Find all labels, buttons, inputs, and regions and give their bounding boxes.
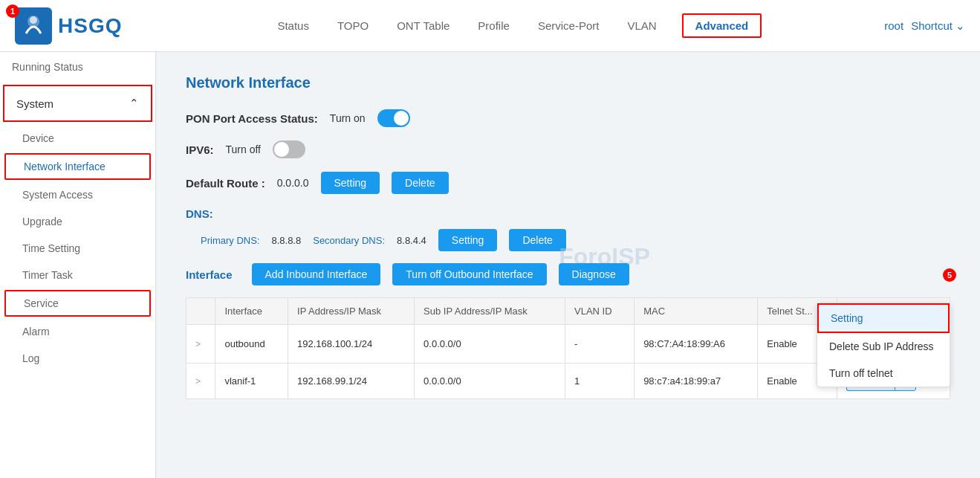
diagnose-button[interactable]: Diagnose: [559, 263, 629, 285]
ipv6-row: IPV6: Turn off: [186, 141, 950, 158]
col-interface: Interface: [215, 298, 288, 325]
chevron-down-icon: ⌄: [955, 19, 965, 33]
dns-setting-button[interactable]: Setting: [438, 229, 498, 251]
toggle-knob: [394, 111, 409, 126]
col-expand: [186, 298, 215, 325]
sidebar-item-service[interactable]: Service: [4, 290, 151, 317]
col-sub-ip: Sub IP Address/IP Mask: [415, 298, 565, 325]
cell-interface-1: outbound: [215, 325, 288, 364]
shortcut-dropdown[interactable]: Shortcut ⌄: [911, 19, 965, 33]
dns-row: Primary DNS: 8.8.8.8 Secondary DNS: 8.8.…: [186, 229, 950, 251]
col-ip: IP Address/IP Mask: [288, 298, 415, 325]
sidebar: Running Status System ⌃ 1 Device Network…: [0, 52, 156, 478]
nav-topo[interactable]: TOPO: [334, 13, 371, 38]
main-nav: Status TOPO ONT Table Profile Service-Po…: [152, 13, 884, 38]
cell-vlan-2: 1: [565, 364, 635, 399]
turn-off-outbound-button[interactable]: Turn off Outbound Interface: [392, 263, 546, 285]
sidebar-item-time-setting[interactable]: Time Setting: [0, 235, 155, 262]
secondary-dns-value: 8.8.4.4: [397, 235, 426, 246]
dns-delete-button[interactable]: Delete: [509, 229, 565, 251]
interface-dropdown-menu: Setting Delete Sub IP Address Turn off t…: [817, 303, 950, 387]
default-route-delete-button[interactable]: Delete: [392, 172, 448, 194]
dns-section: DNS: Primary DNS: 8.8.8.8 Secondary DNS:…: [186, 207, 950, 251]
ipv6-toggle[interactable]: [273, 141, 305, 158]
sidebar-item-network-interface[interactable]: Network Interface: [4, 153, 151, 180]
nav-profile[interactable]: Profile: [475, 13, 513, 38]
sidebar-item-alarm[interactable]: Alarm: [0, 318, 155, 345]
sidebar-system-label: System: [16, 97, 53, 110]
header: HSGQ Status TOPO ONT Table Profile Servi…: [0, 0, 980, 52]
shortcut-label: Shortcut: [911, 19, 953, 32]
dns-title: DNS:: [186, 207, 950, 220]
sidebar-item-system-access[interactable]: System Access: [0, 181, 155, 208]
pon-port-label: PON Port Access Status:: [186, 112, 318, 125]
cell-sub-ip-2: 0.0.0.0/0: [415, 364, 565, 399]
cell-ip-2: 192.168.99.1/24: [288, 364, 415, 399]
add-inbound-button[interactable]: Add Inbound Interface: [252, 263, 381, 285]
nav-advanced[interactable]: Advanced: [682, 13, 762, 38]
cell-vlan-1: -: [565, 325, 635, 364]
header-right: root Shortcut ⌄: [884, 19, 965, 33]
pon-port-value: Turn on: [330, 112, 366, 124]
default-route-value: 0.0.0.0: [277, 177, 309, 189]
default-route-setting-button[interactable]: Setting: [321, 172, 380, 194]
ipv6-value: Turn off: [226, 143, 261, 155]
col-mac: MAC: [635, 298, 758, 325]
default-route-row: Default Route : 0.0.0.0 Setting Delete: [186, 172, 950, 194]
pon-port-row: PON Port Access Status: Turn on: [186, 109, 950, 127]
cell-mac-1: 98:C7:A4:18:99:A6: [635, 325, 758, 364]
primary-dns-label: Primary DNS:: [201, 235, 259, 246]
main-content: ForoISP Network Interface PON Port Acces…: [156, 52, 980, 478]
secondary-dns-label: Secondary DNS:: [313, 235, 385, 246]
sidebar-item-device[interactable]: Device: [0, 125, 155, 152]
pon-port-toggle[interactable]: [377, 109, 410, 127]
interface-title: Interface: [186, 268, 233, 281]
sidebar-item-timer-task[interactable]: Timer Task: [0, 262, 155, 288]
primary-dns-value: 8.8.8.8: [271, 235, 301, 246]
nav-ont-table[interactable]: ONT Table: [394, 13, 452, 38]
cell-interface-2: vlanif-1: [215, 364, 288, 399]
interface-header: Interface Add Inbound Interface Turn off…: [186, 263, 950, 285]
col-vlan: VLAN ID: [565, 298, 635, 325]
expand-arrow-2[interactable]: >: [195, 376, 201, 387]
nav-status[interactable]: Status: [274, 13, 312, 38]
dropdown-setting[interactable]: Setting: [817, 303, 950, 333]
cell-sub-ip-1: 0.0.0.0/0: [415, 325, 565, 364]
sidebar-system-header[interactable]: System ⌃ 1: [3, 85, 152, 122]
sidebar-item-upgrade[interactable]: Upgrade: [0, 208, 155, 235]
sidebar-item-running-status[interactable]: Running Status: [0, 52, 155, 82]
default-route-label: Default Route :: [186, 177, 265, 190]
chevron-up-icon: ⌃: [129, 97, 139, 110]
nav-service-port[interactable]: Service-Port: [535, 13, 603, 38]
expand-arrow-1[interactable]: >: [195, 339, 201, 349]
layout: Running Status System ⌃ 1 Device Network…: [0, 52, 980, 478]
logo-text: HSGQ: [58, 14, 122, 38]
user-label: root: [884, 19, 903, 32]
page-title: Network Interface: [186, 74, 950, 91]
badge-5: 5: [943, 268, 956, 282]
toggle-knob-ipv6: [274, 142, 289, 157]
dropdown-turn-off-telnet[interactable]: Turn off telnet: [817, 360, 950, 387]
sidebar-item-log[interactable]: Log: [0, 345, 155, 372]
svg-point-1: [30, 16, 37, 24]
cell-ip-1: 192.168.100.1/24: [288, 325, 415, 364]
dropdown-delete-sub-ip[interactable]: Delete Sub IP Address: [817, 333, 950, 360]
logo-icon: [15, 7, 52, 45]
ipv6-label: IPV6:: [186, 143, 214, 156]
logo: HSGQ: [15, 7, 122, 45]
nav-vlan[interactable]: VLAN: [624, 13, 659, 38]
cell-mac-2: 98:c7:a4:18:99:a7: [635, 364, 758, 399]
